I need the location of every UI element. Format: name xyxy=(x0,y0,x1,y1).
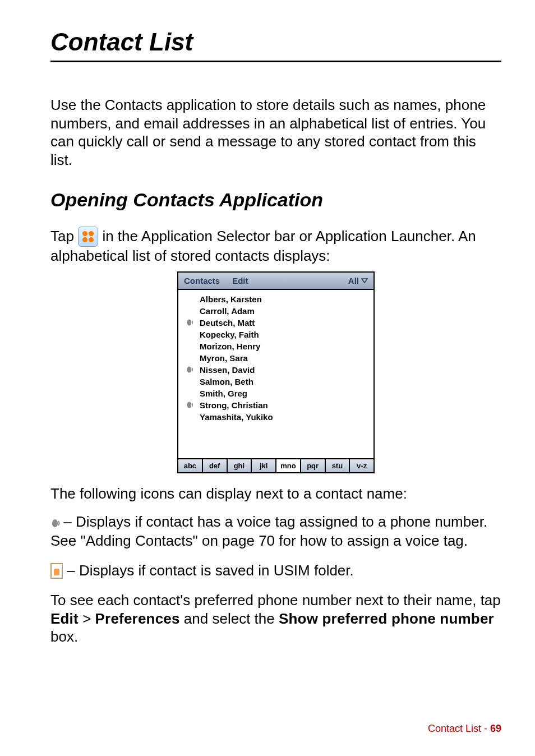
intro-paragraph: Use the Contacts application to store de… xyxy=(50,96,501,169)
preferences-paragraph: To see each contact's preferred phone nu… xyxy=(50,591,501,646)
contact-name: Smith, Greg xyxy=(200,389,247,398)
alpha-tab[interactable]: stu xyxy=(326,459,350,472)
icons-intro: The following icons can display next to … xyxy=(50,485,501,503)
pref-end: box. xyxy=(50,628,78,645)
page-title: Contact List xyxy=(50,28,501,56)
svg-point-3 xyxy=(187,402,191,408)
contact-name: Morizon, Henry xyxy=(200,342,260,351)
contact-name: Nissen, David xyxy=(200,365,255,375)
title-rule xyxy=(50,61,501,62)
sim-icon-desc: – Displays if contact is saved in USIM f… xyxy=(63,562,354,579)
contact-row[interactable]: Carroll, Adam xyxy=(181,305,371,317)
filter-label: All xyxy=(348,276,359,285)
pref-mid: and select the xyxy=(180,610,279,627)
contact-row[interactable]: Morizon, Henry xyxy=(181,340,371,352)
voice-icon-line: – Displays if contact has a voice tag as… xyxy=(50,513,501,550)
contact-row[interactable]: Myron, Sara xyxy=(181,352,371,364)
contact-name: Albers, Karsten xyxy=(200,294,262,304)
contact-row[interactable]: Albers, Karsten xyxy=(181,293,371,305)
contact-name: Kopecky, Faith xyxy=(200,330,259,339)
open-paragraph: Tap in the Application Selector bar or A… xyxy=(50,227,501,266)
contact-row[interactable]: Yamashita, Yukiko xyxy=(181,411,371,423)
svg-point-2 xyxy=(187,367,191,373)
voice-icon-desc: – Displays if contact has a voice tag as… xyxy=(50,513,487,548)
menu-edit[interactable]: Edit xyxy=(232,276,248,285)
contact-name: Strong, Christian xyxy=(200,400,268,410)
contact-row[interactable]: Strong, Christian xyxy=(181,399,371,411)
contacts-screenshot: Contacts Edit All Albers, KarstenCarroll… xyxy=(177,271,375,473)
pref-gt: > xyxy=(79,610,95,627)
usim-folder-icon xyxy=(50,563,63,579)
pref-edit: Edit xyxy=(50,610,79,627)
alpha-tab[interactable]: v-z xyxy=(350,459,373,472)
contact-name: Carroll, Adam xyxy=(200,306,255,316)
alpha-tab[interactable]: ghi xyxy=(228,459,252,472)
contacts-list: Albers, KarstenCarroll, AdamDeutsch, Mat… xyxy=(178,290,373,458)
alpha-tab[interactable]: jkl xyxy=(252,459,276,472)
page-footer: Contact List - 69 xyxy=(428,723,501,735)
alpha-tab[interactable]: pqr xyxy=(301,459,326,472)
contact-name: Salmon, Beth xyxy=(200,377,253,386)
voice-indicator xyxy=(185,400,195,409)
contact-row[interactable]: Kopecky, Faith xyxy=(181,329,371,340)
contact-row[interactable]: Nissen, David xyxy=(181,364,371,376)
voice-indicator xyxy=(185,318,195,327)
contact-row[interactable]: Deutsch, Matt xyxy=(181,317,371,329)
footer-label: Contact List - xyxy=(428,723,490,734)
open-pre: Tap xyxy=(50,228,78,245)
alpha-tab[interactable]: abc xyxy=(178,459,203,472)
contact-row[interactable]: Smith, Greg xyxy=(181,388,371,399)
contact-row[interactable]: Salmon, Beth xyxy=(181,376,371,388)
svg-marker-0 xyxy=(362,279,367,283)
alpha-tab[interactable]: def xyxy=(203,459,228,472)
open-post: in the Application Selector bar or Appli… xyxy=(50,228,476,264)
svg-point-4 xyxy=(52,519,58,527)
contact-name: Deutsch, Matt xyxy=(200,318,255,328)
chevron-down-icon xyxy=(361,278,368,283)
pref-show: Show preferred phone number xyxy=(279,610,494,627)
screenshot-menubar: Contacts Edit All xyxy=(178,273,373,290)
pref-preferences: Preferences xyxy=(95,610,180,627)
voice-tag-icon xyxy=(50,518,59,527)
footer-page-number: 69 xyxy=(490,723,501,734)
svg-point-1 xyxy=(187,320,191,326)
pref-pre: To see each contact's preferred phone nu… xyxy=(50,592,501,609)
filter-dropdown[interactable]: All xyxy=(348,276,368,285)
alpha-tab[interactable]: mno xyxy=(276,459,301,472)
contact-name: Yamashita, Yukiko xyxy=(200,412,273,422)
contact-name: Myron, Sara xyxy=(200,353,248,363)
application-launcher-icon xyxy=(78,227,98,247)
sim-icon-line: – Displays if contact is saved in USIM f… xyxy=(50,561,501,580)
voice-indicator xyxy=(185,365,195,374)
section-heading: Opening Contacts Application xyxy=(50,189,501,211)
menu-contacts[interactable]: Contacts xyxy=(184,276,220,285)
alpha-tabs: abcdefghijklmnopqrstuv-z xyxy=(178,458,373,472)
